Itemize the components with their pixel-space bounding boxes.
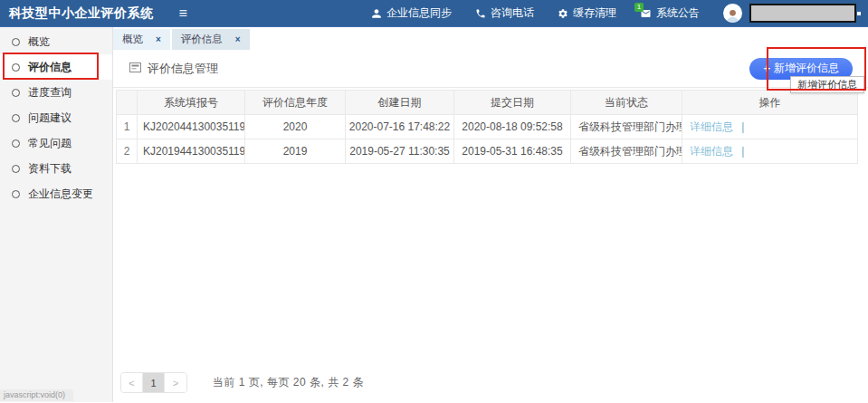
tab-overview[interactable]: 概览 × — [113, 29, 170, 50]
evaluation-table: 系统填报号 评价信息年度 创建日期 提交日期 当前状态 操作 1 KJ20204… — [116, 90, 858, 164]
cell-year: 2020 — [245, 115, 346, 139]
close-icon[interactable]: × — [156, 34, 161, 44]
cell-report-no: KJ20194413003511952841 — [138, 139, 245, 164]
sidebar-item-label: 常见问题 — [28, 136, 72, 151]
nav-clear-cache[interactable]: 缓存清理 — [558, 5, 616, 21]
app-window: { "colors": { "header_blue": "#2e5f98", … — [0, 0, 868, 403]
phone-icon — [475, 8, 486, 19]
next-page-button[interactable]: > — [165, 373, 186, 392]
cell-submitted-date: 2020-08-18 09:52:58 — [454, 115, 571, 139]
page-title-row: 评价信息管理 + 新增评价信息 — [113, 50, 868, 88]
pagination-group: < 1 > — [120, 372, 187, 393]
sidebar-item-label: 企业信息变更 — [28, 187, 93, 202]
sidebar-item-label: 问题建议 — [28, 110, 72, 126]
cell-submitted-date: 2019-05-31 16:48:35 — [454, 139, 571, 164]
column-header-submitted: 提交日期 — [454, 91, 571, 115]
table-header-row: 系统填报号 评价信息年度 创建日期 提交日期 当前状态 操作 — [117, 91, 858, 115]
column-header-index — [117, 91, 138, 115]
sidebar-item-feedback[interactable]: 问题建议 — [0, 105, 112, 130]
circle-icon — [12, 89, 20, 97]
sidebar-item-downloads[interactable]: 资料下载 — [0, 156, 112, 181]
sidebar-item-overview[interactable]: 概览 — [0, 29, 112, 54]
announcement-badge: 1 — [634, 3, 644, 12]
column-header-actions: 操作 — [682, 91, 858, 115]
sidebar-item-evaluation-info[interactable]: 评价信息 — [0, 54, 112, 80]
sidebar-item-progress-query[interactable]: 进度查询 — [0, 80, 112, 105]
column-header-status: 当前状态 — [571, 91, 682, 115]
panel-icon — [129, 62, 141, 75]
column-header-year: 评价信息年度 — [245, 91, 346, 115]
add-button-tooltip: 新增评价信息 — [790, 76, 864, 93]
detail-info-link[interactable]: 详细信息 — [690, 145, 733, 158]
column-header-created: 创建日期 — [346, 91, 454, 115]
page-title: 评价信息管理 — [148, 61, 218, 77]
action-separator: | — [741, 120, 744, 133]
top-header: 科技型中小企业评价系统 ≡ 企业信息同步 咨询电话 缓存清理 1 系统 — [0, 0, 868, 27]
add-button-label: 新增评价信息 — [774, 61, 839, 76]
sidebar-item-label: 评价信息 — [28, 60, 72, 75]
tab-label: 评价信息 — [181, 33, 223, 46]
cell-report-no: KJ20204413003511952841 — [138, 115, 245, 139]
envelope-icon: 1 — [640, 8, 652, 19]
tab-label: 概览 — [122, 33, 143, 46]
nav-label: 企业信息同步 — [386, 5, 452, 21]
circle-icon — [12, 114, 20, 122]
circle-icon — [12, 165, 20, 173]
circle-icon — [12, 38, 20, 46]
detail-info-link[interactable]: 详细信息 — [690, 120, 733, 133]
cell-created-date: 2019-05-27 11:30:35 — [346, 139, 454, 164]
evaluation-table-wrap: 系统填报号 评价信息年度 创建日期 提交日期 当前状态 操作 1 KJ20204… — [113, 88, 868, 164]
redacted-username — [749, 4, 856, 23]
table-row: 2 KJ20194413003511952841 2019 2019-05-27… — [117, 139, 858, 164]
nav-label: 系统公告 — [656, 5, 700, 21]
pagination: < 1 > 当前 1 页, 每页 20 条, 共 2 条 — [113, 372, 868, 402]
nav-label: 缓存清理 — [573, 5, 616, 21]
cell-index: 2 — [117, 139, 138, 164]
app-title: 科技型中小企业评价系统 — [9, 5, 154, 22]
cell-status: 省级科技管理部门办理入库... — [571, 139, 682, 164]
table-row: 1 KJ20204413003511952841 2020 2020-07-16… — [117, 115, 858, 139]
cell-status: 省级科技管理部门办理入库... — [571, 115, 682, 139]
browser-status-text: javascript:void(0) — [0, 389, 73, 401]
user-icon — [371, 8, 382, 19]
column-header-report-no: 系统填报号 — [138, 91, 245, 115]
prev-page-button[interactable]: < — [121, 373, 143, 392]
sidebar-item-faq[interactable]: 常见问题 — [0, 130, 112, 156]
circle-icon — [12, 190, 20, 198]
sidebar-item-enterprise-info-change[interactable]: 企业信息变更 — [0, 181, 112, 206]
user-avatar[interactable] — [723, 4, 742, 23]
sidebar-item-label: 资料下载 — [28, 161, 72, 177]
nav-consult-phone[interactable]: 咨询电话 — [475, 5, 534, 21]
pagination-summary: 当前 1 页, 每页 20 条, 共 2 条 — [213, 375, 364, 390]
cell-created-date: 2020-07-16 17:48:22 — [346, 115, 454, 139]
header-nav: 企业信息同步 咨询电话 缓存清理 1 系统公告 — [371, 4, 861, 23]
tab-bar: 概览 × 评价信息 × — [113, 27, 868, 50]
nav-system-announcements[interactable]: 1 系统公告 — [640, 5, 700, 21]
cell-year: 2019 — [245, 139, 346, 164]
cell-actions: 详细信息 | — [682, 139, 858, 164]
content-spacer — [113, 164, 868, 372]
circle-icon — [12, 139, 20, 148]
sidebar-item-label: 概览 — [28, 34, 50, 50]
close-icon[interactable]: × — [235, 34, 241, 44]
plus-icon: + — [763, 62, 770, 74]
page-1-button[interactable]: 1 — [143, 373, 165, 392]
nav-label: 咨询电话 — [491, 5, 534, 21]
tab-evaluation-info[interactable]: 评价信息 × — [172, 29, 250, 50]
sidebar: 概览 评价信息 进度查询 问题建议 常见问题 资料下载 企业信息变更 — [0, 27, 113, 402]
cell-index: 1 — [117, 115, 138, 139]
nav-enterprise-sync[interactable]: 企业信息同步 — [371, 5, 452, 21]
gear-icon — [558, 8, 568, 19]
redaction-artifact — [857, 12, 861, 15]
sidebar-item-label: 进度查询 — [28, 85, 72, 101]
cell-actions: 详细信息 | — [682, 115, 858, 139]
hamburger-menu-icon[interactable]: ≡ — [179, 6, 187, 21]
main-area: 概览 × 评价信息 × 评价信息管理 + 新增评价信息 新增评价信息 — [113, 27, 868, 402]
action-separator: | — [741, 145, 744, 158]
page-body: 概览 评价信息 进度查询 问题建议 常见问题 资料下载 企业信息变更 — [0, 27, 868, 402]
circle-icon — [12, 63, 20, 72]
